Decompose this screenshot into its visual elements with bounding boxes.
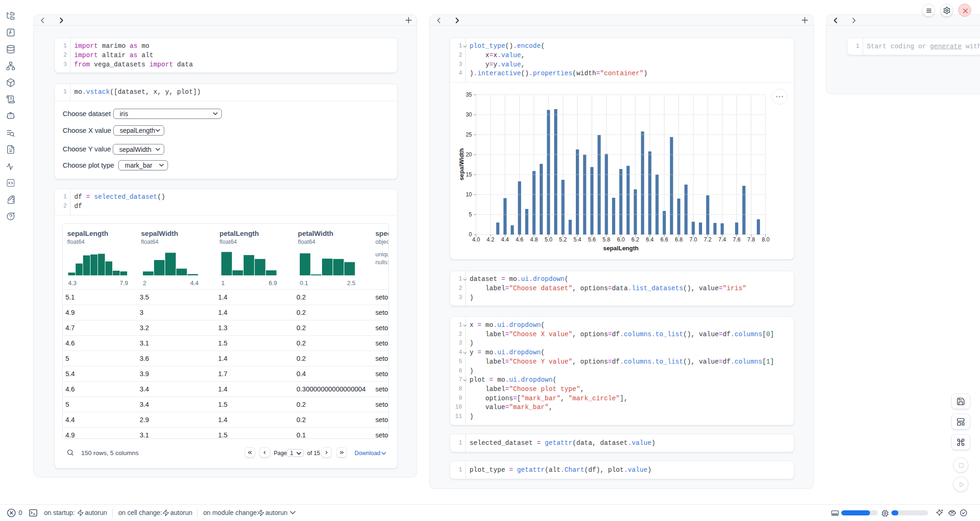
svg-text:6.0: 6.0 bbox=[617, 236, 625, 243]
svg-text:15: 15 bbox=[466, 171, 472, 178]
svg-text:7.2: 7.2 bbox=[704, 236, 712, 243]
svg-text:6.8: 6.8 bbox=[675, 236, 683, 243]
svg-text:5: 5 bbox=[469, 211, 472, 218]
svg-text:4.2: 4.2 bbox=[487, 236, 495, 243]
svg-text:sepalLength: sepalLength bbox=[603, 245, 639, 252]
svg-text:7.8: 7.8 bbox=[747, 236, 755, 243]
svg-text:5.4: 5.4 bbox=[574, 236, 581, 243]
svg-text:30: 30 bbox=[466, 111, 472, 118]
svg-text:4.6: 4.6 bbox=[516, 236, 523, 243]
svg-text:7.6: 7.6 bbox=[733, 236, 741, 243]
svg-text:6.2: 6.2 bbox=[632, 236, 639, 243]
svg-text:4.8: 4.8 bbox=[530, 236, 538, 243]
svg-text:35: 35 bbox=[466, 91, 472, 98]
svg-text:sepalWidth: sepalWidth bbox=[458, 148, 465, 180]
svg-text:6.6: 6.6 bbox=[660, 236, 668, 243]
svg-text:20: 20 bbox=[466, 151, 472, 158]
svg-text:7.0: 7.0 bbox=[690, 236, 697, 243]
svg-text:4.4: 4.4 bbox=[501, 236, 509, 243]
svg-text:10: 10 bbox=[466, 191, 472, 198]
svg-text:7.4: 7.4 bbox=[718, 236, 726, 243]
svg-text:6.4: 6.4 bbox=[646, 236, 654, 243]
svg-text:5.0: 5.0 bbox=[545, 236, 553, 243]
svg-text:8.0: 8.0 bbox=[762, 236, 770, 243]
svg-text:5.2: 5.2 bbox=[559, 236, 567, 243]
svg-text:25: 25 bbox=[466, 131, 472, 138]
svg-text:5.8: 5.8 bbox=[602, 236, 610, 243]
svg-text:0: 0 bbox=[469, 231, 472, 238]
svg-text:5.6: 5.6 bbox=[588, 236, 596, 243]
svg-text:4.0: 4.0 bbox=[472, 236, 480, 243]
